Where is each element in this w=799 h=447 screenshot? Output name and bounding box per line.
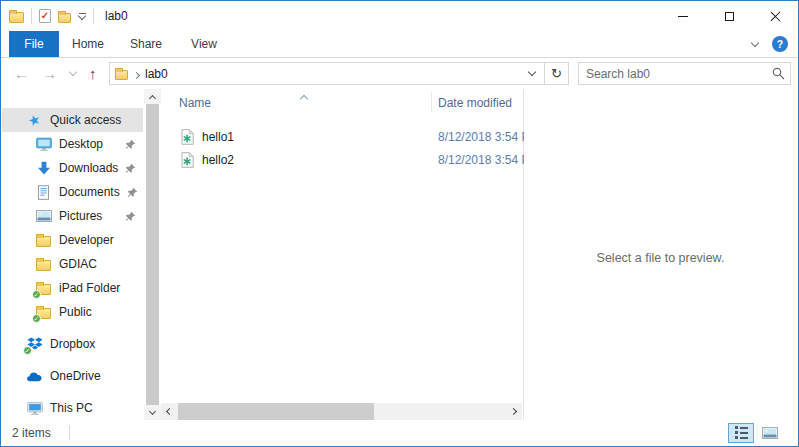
- sidebar-item-developer[interactable]: Developer: [2, 228, 143, 252]
- ribbon-right-controls: ?: [752, 31, 798, 57]
- details-view-icon: [735, 426, 748, 439]
- tab-view[interactable]: View: [175, 31, 233, 57]
- monitor-icon: [35, 136, 52, 152]
- sidebar-item-label: Documents: [59, 185, 120, 199]
- sidebar-item-ipad-folder[interactable]: iPad Folder: [2, 276, 143, 300]
- tab-share[interactable]: Share: [117, 31, 175, 57]
- computer-icon: [26, 400, 43, 416]
- search-input[interactable]: [579, 67, 766, 81]
- sidebar-item-label: Desktop: [59, 137, 103, 151]
- horizontal-scrollbar[interactable]: [161, 403, 522, 420]
- new-folder-icon[interactable]: [58, 13, 71, 23]
- sidebar-item-label: Dropbox: [50, 337, 95, 351]
- status-bar: 2 items: [2, 420, 797, 445]
- recent-locations-chevron-icon[interactable]: [69, 68, 77, 76]
- sidebar-item-public[interactable]: Public: [2, 300, 143, 324]
- back-button[interactable]: ←: [14, 66, 29, 81]
- properties-icon[interactable]: [39, 9, 51, 23]
- maximize-icon: [725, 12, 734, 21]
- sidebar-item-downloads[interactable]: Downloads: [2, 156, 143, 180]
- sidebar-item-pictures[interactable]: Pictures: [2, 204, 143, 228]
- source-file-icon: [181, 152, 194, 168]
- window-controls: [660, 1, 798, 31]
- sync-check-badge: [32, 314, 41, 323]
- sidebar-item-label: Downloads: [59, 161, 118, 175]
- file-rows: hello1 8/12/2018 3:54 PM hello2 8/12/201…: [161, 125, 523, 171]
- sidebar-scrollbar[interactable]: [144, 89, 161, 420]
- title-bar: lab0: [1, 1, 798, 31]
- sync-check-badge: [32, 290, 41, 299]
- ribbon-tab-bar: File Home Share View ?: [1, 31, 798, 58]
- explorer-folder-icon: [9, 12, 24, 23]
- column-divider[interactable]: [431, 92, 432, 112]
- column-header-date-modified[interactable]: Date modified: [438, 96, 523, 110]
- preview-pane: Select a file to preview.: [524, 89, 797, 420]
- scroll-down-icon[interactable]: [144, 405, 161, 420]
- forward-button[interactable]: →: [42, 66, 57, 81]
- customize-toolbar-chevron-icon[interactable]: [78, 13, 86, 19]
- sidebar-item-onedrive[interactable]: OneDrive: [2, 364, 143, 388]
- close-button[interactable]: [752, 1, 798, 31]
- sort-ascending-icon[interactable]: [300, 95, 308, 103]
- pin-icon: [125, 139, 136, 150]
- sidebar-item-quick-access[interactable]: ★ Quick access: [2, 108, 143, 132]
- folder-icon: [35, 232, 52, 248]
- minimize-icon: [678, 16, 688, 17]
- help-icon[interactable]: ?: [772, 36, 788, 52]
- sidebar-item-gdiac[interactable]: GDIAC: [2, 252, 143, 276]
- scrollbar-thumb[interactable]: [146, 104, 159, 405]
- address-bar[interactable]: lab0 ↻: [109, 62, 569, 85]
- search-icon[interactable]: [766, 67, 790, 80]
- sidebar-item-this-pc[interactable]: This PC: [2, 396, 143, 420]
- refresh-icon[interactable]: ↻: [545, 63, 568, 84]
- item-count: 2 items: [2, 426, 51, 440]
- sidebar-item-dropbox[interactable]: Dropbox: [2, 332, 143, 356]
- main-area: ★ Quick access Desktop Downloads: [2, 89, 797, 420]
- file-name: hello2: [202, 153, 234, 167]
- scroll-up-icon[interactable]: [144, 89, 161, 104]
- scroll-left-icon[interactable]: [161, 403, 178, 420]
- expand-ribbon-chevron-icon[interactable]: [751, 38, 759, 46]
- details-view-button[interactable]: [728, 423, 754, 443]
- large-icons-view-icon: [762, 427, 778, 439]
- file-name: hello1: [202, 130, 234, 144]
- folder-synced-icon: [35, 304, 52, 320]
- pin-icon: [125, 163, 136, 174]
- file-row-hello1[interactable]: hello1 8/12/2018 3:54 PM: [161, 125, 523, 148]
- folder-icon: [35, 256, 52, 272]
- scrollbar-thumb[interactable]: [178, 403, 374, 420]
- dropbox-icon: [26, 336, 43, 352]
- column-headers: Name Date modified: [161, 89, 523, 115]
- breadcrumb-path[interactable]: lab0: [145, 67, 168, 81]
- sidebar-item-desktop[interactable]: Desktop: [2, 132, 143, 156]
- sidebar-item-label: Developer: [59, 233, 114, 247]
- scroll-right-icon[interactable]: [505, 403, 522, 420]
- minimize-button[interactable]: [660, 1, 706, 31]
- nav-buttons: ← → ↑: [1, 66, 109, 81]
- picture-icon: [35, 208, 52, 224]
- pin-icon: [127, 187, 138, 198]
- column-header-name[interactable]: Name: [179, 96, 211, 110]
- file-date-modified: 8/12/2018 3:54 PM: [438, 130, 524, 144]
- download-arrow-icon: [35, 160, 52, 176]
- sidebar-item-label: GDIAC: [59, 257, 97, 271]
- tab-file[interactable]: File: [9, 31, 59, 57]
- sidebar-item-documents[interactable]: Documents: [2, 180, 143, 204]
- file-date-modified: 8/12/2018 3:54 PM: [438, 153, 524, 167]
- document-icon: [35, 184, 52, 200]
- file-list-pane: Name Date modified hello1 8/12/2018 3:54…: [161, 89, 524, 420]
- sync-check-badge: [23, 346, 32, 355]
- large-icons-view-button[interactable]: [757, 423, 783, 443]
- up-button[interactable]: ↑: [89, 66, 97, 81]
- file-row-hello2[interactable]: hello2 8/12/2018 3:54 PM: [161, 148, 523, 171]
- folder-synced-icon: [35, 280, 52, 296]
- breadcrumb-chevron-icon[interactable]: [134, 67, 139, 81]
- sidebar-item-label: OneDrive: [50, 369, 101, 383]
- navigation-pane: ★ Quick access Desktop Downloads: [2, 89, 161, 420]
- address-dropdown-chevron-icon[interactable]: [520, 63, 544, 84]
- source-file-icon: [181, 129, 194, 145]
- maximize-button[interactable]: [706, 1, 752, 31]
- sidebar-item-label: iPad Folder: [59, 281, 120, 295]
- tab-home[interactable]: Home: [59, 31, 117, 57]
- sidebar-item-label: Quick access: [50, 113, 121, 127]
